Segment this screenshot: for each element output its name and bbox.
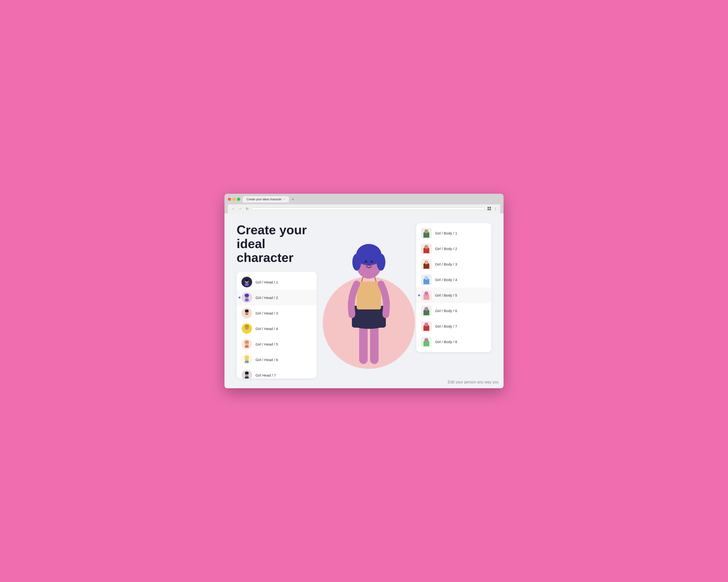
tab-bar: Create your ideal character × + <box>243 196 500 202</box>
selected-indicator <box>418 295 420 296</box>
center-section <box>329 223 409 379</box>
svg-point-11 <box>245 309 249 312</box>
list-item[interactable]: Girl / Head / 5 <box>237 336 317 352</box>
menu-button[interactable]: ⋮ <box>493 206 498 211</box>
browser-actions: ⋮ <box>487 206 498 212</box>
active-tab[interactable]: Create your ideal character × <box>243 196 289 202</box>
item-label: Girl / Head / 1 <box>256 280 278 284</box>
svg-point-44 <box>372 264 376 267</box>
svg-point-40 <box>371 264 373 266</box>
forward-button[interactable]: → <box>238 206 243 211</box>
avatar <box>421 275 432 285</box>
svg-point-23 <box>245 371 249 375</box>
avatar <box>421 244 432 254</box>
avatar <box>241 308 252 318</box>
avatar <box>241 323 252 334</box>
svg-point-53 <box>424 323 428 326</box>
item-label: Girl / Head / 3 <box>256 311 278 315</box>
address-bar[interactable] <box>252 207 485 210</box>
svg-point-42 <box>370 260 373 263</box>
list-item[interactable]: Girl / Body / 1 <box>416 225 491 241</box>
avatar <box>241 354 252 365</box>
svg-point-45 <box>348 310 355 318</box>
item-label: Girl / Body / 4 <box>435 278 457 282</box>
list-item[interactable]: Girl / Head / 1 <box>237 274 317 290</box>
svg-point-47 <box>424 229 428 233</box>
svg-point-5 <box>245 279 249 281</box>
svg-point-48 <box>424 245 428 249</box>
item-label: Girl / Body / 7 <box>435 324 457 328</box>
svg-point-8 <box>244 294 249 297</box>
right-panel: Girl / Body / 1 Girl / Body / 2 Girl / B… <box>416 223 491 379</box>
avatar <box>421 290 432 301</box>
address-bar-row: ← → ↻ ⋮ <box>228 204 500 213</box>
browser-content: Create your ideal character Girl / Head … <box>225 213 503 388</box>
browser-titlebar: Create your ideal character × + ← → ↻ <box>225 194 503 213</box>
item-label: Girl / Head / 5 <box>256 342 278 346</box>
bottom-text: Edit your person any way you <box>448 380 499 384</box>
item-label: Girl / Body / 8 <box>435 340 457 344</box>
head-list-panel[interactable]: Girl / Head / 1 Girl / Head / 2 Girl / H… <box>237 272 317 379</box>
svg-point-41 <box>365 260 367 263</box>
list-item[interactable]: Girl Head / 7 <box>237 367 317 379</box>
svg-point-39 <box>365 264 367 266</box>
minimize-button[interactable] <box>232 198 236 201</box>
character-illustration <box>337 233 400 369</box>
item-label: Girl / Body / 6 <box>435 309 457 313</box>
new-tab-button[interactable]: + <box>290 196 296 202</box>
svg-point-38 <box>376 254 385 271</box>
svg-rect-3 <box>490 209 491 210</box>
list-item[interactable]: Girl / Head / 3 <box>237 305 317 321</box>
close-button[interactable] <box>228 198 231 201</box>
svg-rect-12 <box>245 314 248 315</box>
svg-rect-9 <box>245 299 249 301</box>
svg-point-46 <box>383 310 389 318</box>
avatar <box>421 321 432 332</box>
svg-point-49 <box>424 260 428 264</box>
list-item[interactable]: Girl / Body / 8 <box>416 334 491 350</box>
refresh-button[interactable]: ↻ <box>245 206 250 211</box>
list-item[interactable]: Girl / Body / 5 <box>416 287 491 303</box>
svg-point-50 <box>424 276 428 280</box>
svg-point-43 <box>362 264 365 267</box>
svg-rect-21 <box>245 361 249 363</box>
list-item[interactable]: Girl / Head / 4 <box>237 321 317 336</box>
avatar <box>421 337 432 347</box>
list-item[interactable]: Girl / Body / 4 <box>416 272 491 287</box>
svg-rect-27 <box>359 325 368 364</box>
svg-rect-31 <box>357 281 381 309</box>
svg-rect-28 <box>370 325 379 364</box>
avatar <box>241 277 252 287</box>
list-item[interactable]: Girl / Body / 7 <box>416 318 491 334</box>
svg-rect-1 <box>490 207 491 208</box>
avatar <box>241 370 252 379</box>
back-button[interactable]: ← <box>230 206 236 211</box>
tab-close-button[interactable]: × <box>284 198 285 200</box>
avatar <box>241 339 252 350</box>
tab-label: Create your ideal character <box>246 198 282 201</box>
avatar <box>241 292 252 303</box>
traffic-lights <box>228 198 240 201</box>
list-item[interactable]: Girl / Head / 2 <box>237 290 317 305</box>
list-item[interactable]: Girl / Body / 3 <box>416 256 491 272</box>
maximize-button[interactable] <box>237 198 240 201</box>
avatar <box>421 228 432 239</box>
left-section: Create your ideal character Girl / Head … <box>237 223 321 379</box>
svg-rect-6 <box>245 283 249 286</box>
item-label: Girl / Head / 6 <box>256 358 278 362</box>
svg-rect-18 <box>245 345 249 348</box>
list-item[interactable]: Girl / Body / 6 <box>416 303 491 318</box>
svg-point-52 <box>424 307 428 311</box>
item-label: Girl / Body / 5 <box>435 293 457 297</box>
item-label: Girl / Body / 3 <box>435 262 457 266</box>
list-item[interactable]: Girl / Body / 2 <box>416 241 491 256</box>
svg-point-20 <box>244 356 249 359</box>
body-list-panel[interactable]: Girl / Body / 1 Girl / Body / 2 Girl / B… <box>416 223 491 352</box>
svg-point-17 <box>244 340 249 343</box>
item-label: Girl / Head / 4 <box>256 327 278 331</box>
list-item[interactable]: Girl / Head / 6 <box>237 352 317 367</box>
selected-indicator <box>238 297 240 299</box>
page-title: Create your ideal character <box>237 223 321 265</box>
extensions-button[interactable] <box>487 206 492 212</box>
svg-point-37 <box>353 254 361 271</box>
